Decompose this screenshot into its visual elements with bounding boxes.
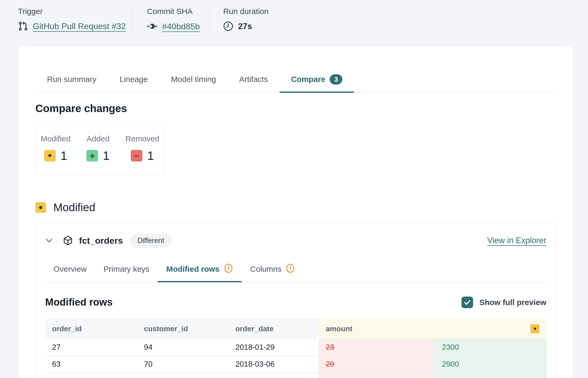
stat-modified: Modified 1: [41, 134, 71, 163]
compare-summary-box: Modified 1 Added + 1 Removed − 1: [35, 121, 165, 176]
show-full-preview-toggle[interactable]: Show full preview: [461, 297, 546, 308]
pull-request-icon: [18, 21, 28, 31]
table-body: 27942018-01-2923230063702018-03-06292900: [45, 339, 547, 378]
package-icon: [63, 236, 73, 245]
stat-added-value: 1: [103, 149, 110, 163]
run-meta-header: Trigger GitHub Pull Request #32 Commit S…: [0, 0, 588, 40]
cell: 2018-01-29: [228, 339, 319, 356]
stat-removed-value: 1: [147, 149, 154, 163]
checkbox-checked[interactable]: [461, 297, 473, 308]
commit-block: Commit SHA #40bd85b: [133, 7, 209, 40]
cell: 94: [137, 339, 228, 356]
stat-added: Added + 1: [86, 134, 110, 163]
modified-rows-table: order_id customer_id order_date amount 2…: [45, 319, 547, 378]
trigger-link[interactable]: GitHub Pull Request #32: [33, 21, 126, 31]
duration-block: Run duration 27s: [209, 7, 269, 40]
tab-compare[interactable]: Compare 3: [279, 74, 354, 92]
cell: 27: [45, 339, 137, 356]
show-full-preview-label: Show full preview: [479, 298, 546, 307]
column-header-amount: amount: [319, 319, 547, 339]
column-header-order-id: order_id: [45, 319, 137, 339]
stat-added-label: Added: [87, 134, 110, 143]
cell-amount-new: [433, 373, 547, 378]
page-title: Compare changes: [35, 103, 556, 114]
trigger-block: Trigger GitHub Pull Request #32: [18, 7, 132, 40]
run-tabs: Run summary Lineage Model timing Artifac…: [35, 72, 556, 93]
tab-artifacts[interactable]: Artifacts: [228, 74, 279, 92]
modified-rows-title: Modified rows: [45, 297, 113, 308]
modified-column-marker-icon: [530, 324, 539, 333]
commit-link[interactable]: #40bd85b: [162, 22, 200, 31]
chevron-down-icon[interactable]: [46, 238, 53, 243]
column-header-order-date: order_date: [228, 319, 319, 339]
table-row: 27942018-01-29232300: [45, 339, 547, 356]
cell-amount-old: 23: [319, 339, 433, 356]
stat-modified-value: 1: [60, 149, 67, 163]
added-icon: +: [86, 150, 98, 162]
warning-icon: [286, 264, 295, 275]
tab-run-summary[interactable]: Run summary: [35, 74, 108, 92]
cell: 2018-03-06: [228, 356, 319, 373]
cell-amount-new: 2300: [433, 339, 547, 356]
status-badge: Different: [130, 234, 171, 248]
tab-overview[interactable]: Overview: [45, 264, 95, 282]
modified-group-title: Modified: [53, 201, 95, 214]
removed-icon: −: [131, 150, 142, 162]
tab-lineage[interactable]: Lineage: [108, 74, 160, 92]
cell: [228, 373, 319, 378]
cell-amount-old: [319, 373, 433, 378]
clock-icon: [223, 21, 233, 31]
stat-modified-label: Modified: [41, 134, 71, 143]
compare-count-badge: 3: [330, 74, 342, 85]
cell-amount-new: 2900: [433, 356, 547, 373]
column-header-customer-id: customer_id: [137, 319, 228, 339]
modified-group-header: Modified: [35, 201, 556, 214]
cell: [137, 373, 228, 378]
warning-icon: [224, 264, 233, 275]
duration-value: 27s: [238, 21, 252, 31]
cell: [45, 373, 137, 378]
table-header-row: order_id customer_id order_date amount: [45, 319, 547, 339]
tab-primary-keys[interactable]: Primary keys: [95, 264, 158, 282]
model-name: fct_orders: [79, 236, 123, 246]
modified-icon: [35, 202, 46, 213]
tab-model-timing[interactable]: Model timing: [160, 74, 228, 92]
stat-removed: Removed − 1: [125, 134, 159, 163]
commit-label: Commit SHA: [147, 7, 209, 16]
model-card-fct-orders: fct_orders Different View in Explorer Ov…: [35, 223, 556, 378]
trigger-label: Trigger: [18, 7, 132, 16]
cell: 63: [45, 356, 137, 373]
table-row: [45, 373, 547, 378]
page: { "header": { "trigger": { "label": "Tri…: [0, 0, 588, 378]
duration-label: Run duration: [223, 7, 269, 16]
cell: 70: [137, 356, 228, 373]
stat-removed-label: Removed: [125, 134, 159, 143]
run-detail-card: Run summary Lineage Model timing Artifac…: [18, 46, 573, 378]
modified-icon: [44, 150, 56, 162]
tab-modified-rows[interactable]: Modified rows: [158, 264, 242, 282]
model-card-header: fct_orders Different View in Explorer: [45, 234, 546, 248]
table-row: 63702018-03-06292900: [45, 356, 547, 373]
cell-amount-old: 29: [319, 356, 433, 373]
view-in-explorer-link[interactable]: View in Explorer: [487, 236, 546, 245]
tab-columns[interactable]: Columns: [242, 264, 304, 282]
model-sub-tabs: Overview Primary keys Modified rows Colu…: [45, 259, 546, 282]
commit-icon: [147, 21, 157, 32]
modified-rows-header: Modified rows Show full preview: [45, 297, 546, 308]
